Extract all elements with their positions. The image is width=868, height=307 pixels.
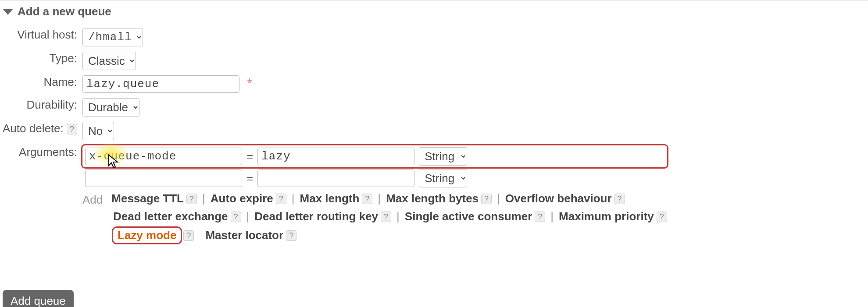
help-icon[interactable]: ? (614, 194, 625, 204)
label-autodelete: Auto delete: (3, 122, 64, 135)
label-durability: Durability: (26, 98, 77, 111)
equals-sign: = (246, 150, 253, 163)
name-input[interactable] (82, 75, 239, 93)
arguments-row-2: = String (82, 169, 667, 187)
type-select[interactable]: Classic (82, 52, 136, 70)
help-icon[interactable]: ? (657, 212, 667, 222)
shortcut-sac[interactable]: Single active consumer (405, 210, 532, 223)
shortcut-max-length-bytes[interactable]: Max length bytes (386, 192, 479, 205)
help-icon[interactable]: ? (362, 194, 372, 204)
shortcut-lazy-mode[interactable]: Lazy mode (113, 228, 181, 243)
chevron-down-icon (3, 9, 13, 15)
arg-key-input[interactable] (85, 169, 242, 187)
divider: | (246, 210, 250, 223)
divider: | (497, 192, 500, 205)
help-icon[interactable]: ? (481, 194, 492, 204)
divider: | (396, 210, 400, 223)
help-icon[interactable]: ? (67, 124, 77, 134)
vhost-select[interactable]: /hmall (82, 28, 143, 46)
shortcut-auto-expire[interactable]: Auto expire (211, 192, 273, 205)
help-icon[interactable]: ? (231, 212, 241, 222)
shortcut-max-prio[interactable]: Maximum priority (559, 210, 654, 223)
help-icon[interactable]: ? (183, 230, 194, 241)
divider: | (550, 210, 554, 223)
label-vhost: Virtual host: (17, 28, 77, 41)
help-icon[interactable]: ? (286, 230, 296, 241)
shortcut-max-length[interactable]: Max length (300, 192, 360, 205)
label-name: Name: (43, 75, 77, 88)
arg-value-input[interactable] (257, 169, 414, 187)
shortcut-overflow[interactable]: Overflow behaviour (505, 192, 612, 205)
section-title: Add a new queue (18, 5, 111, 18)
durability-select[interactable]: Durable (82, 98, 139, 116)
divider: | (292, 192, 295, 205)
help-icon[interactable]: ? (186, 194, 197, 204)
arg-type-select[interactable]: String (419, 169, 467, 187)
shortcut-message-ttl[interactable]: Message TTL (111, 192, 184, 205)
divider: | (202, 192, 205, 205)
add-label: Add (82, 193, 103, 207)
label-arguments: Arguments: (19, 145, 77, 159)
arg-key-input[interactable] (85, 148, 242, 165)
shortcut-dlrk[interactable]: Dead letter routing key (254, 210, 378, 223)
mandatory-mark: * (247, 75, 252, 90)
help-icon[interactable]: ? (381, 212, 391, 222)
shortcut-dlx[interactable]: Dead letter exchange (113, 210, 228, 223)
shortcut-master-locator[interactable]: Master locator (205, 229, 283, 242)
help-icon[interactable]: ? (276, 194, 286, 204)
help-icon[interactable]: ? (535, 212, 545, 222)
arguments-row-1: = String (82, 145, 667, 167)
label-type: Type: (49, 52, 77, 65)
arg-type-select[interactable]: String (419, 147, 467, 166)
autodelete-select[interactable]: No (82, 122, 114, 140)
equals-sign: = (246, 172, 253, 185)
divider: | (378, 192, 381, 205)
arg-value-input[interactable] (257, 148, 414, 165)
section-header[interactable]: Add a new queue (0, 4, 868, 19)
